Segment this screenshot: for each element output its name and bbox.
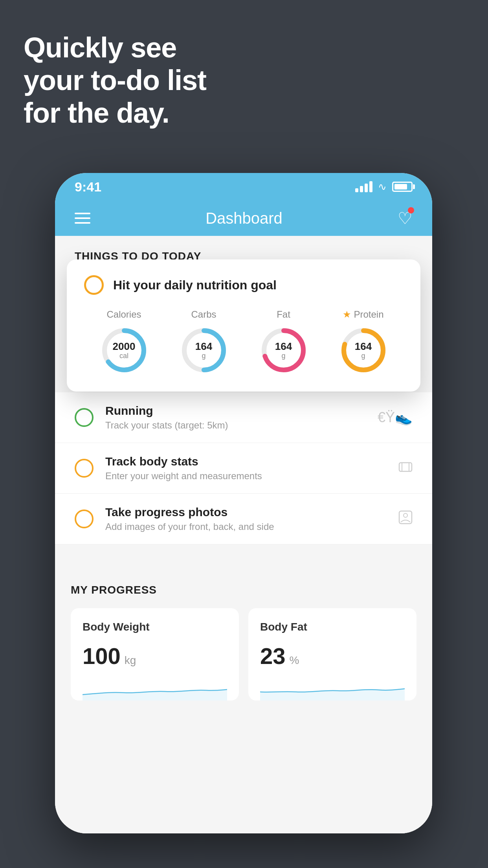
hero-line2: your to-do list — [24, 64, 206, 97]
todo-item-photos[interactable]: Take progress photos Add images of your … — [55, 494, 432, 544]
spacer — [55, 544, 432, 564]
signal-icon — [355, 181, 372, 192]
hamburger-line — [75, 213, 90, 214]
fat-value: 164 — [275, 341, 292, 352]
body-fat-card[interactable]: Body Fat 23 % — [248, 608, 416, 701]
svg-point-12 — [404, 513, 407, 517]
battery-icon — [392, 182, 413, 192]
nutrition-header: Hit your daily nutrition goal — [84, 275, 403, 295]
body-weight-title: Body Weight — [83, 621, 227, 633]
nutrition-stats: Calories 2000 cal — [84, 309, 403, 376]
hero-line1: Quickly see — [24, 31, 206, 64]
body-weight-value: 100 — [83, 643, 121, 669]
phone-mockup: 9:41 ∿ Dashboard — [55, 173, 432, 833]
calories-unit: cal — [113, 352, 136, 360]
carbs-unit: g — [195, 352, 212, 360]
menu-button[interactable] — [75, 213, 90, 224]
hero-line3: for the day. — [24, 97, 206, 129]
body-weight-value-row: 100 kg — [83, 643, 227, 669]
phone-screen: 9:41 ∿ Dashboard — [55, 173, 432, 833]
nutrition-goal-title: Hit your daily nutrition goal — [113, 278, 277, 292]
todo-name-body-stats: Track body stats — [105, 455, 387, 468]
todo-item-running[interactable]: Running Track your stats (target: 5km) €… — [55, 392, 432, 443]
body-weight-chart — [83, 677, 227, 701]
body-fat-value: 23 — [260, 643, 286, 669]
protein-label: ★ Protein — [343, 309, 383, 320]
goal-check-circle[interactable] — [84, 275, 104, 295]
protein-donut: 164 g — [338, 325, 389, 376]
calories-value: 2000 — [113, 341, 136, 352]
todo-text-body-stats: Track body stats Enter your weight and m… — [105, 455, 387, 482]
body-fat-unit: % — [290, 654, 299, 667]
nav-title: Dashboard — [205, 210, 283, 227]
todo-text-running: Running Track your stats (target: 5km) — [105, 404, 366, 431]
notification-dot — [408, 207, 414, 213]
calories-stat: Calories 2000 cal — [99, 309, 150, 376]
person-icon — [398, 510, 413, 528]
progress-section: MY PROGRESS Body Weight 100 kg — [55, 564, 432, 716]
todo-desc-running: Track your stats (target: 5km) — [105, 420, 366, 431]
body-weight-card[interactable]: Body Weight 100 kg — [71, 608, 239, 701]
calories-donut: 2000 cal — [99, 325, 150, 376]
todo-circle-body-stats — [75, 459, 94, 478]
progress-header: MY PROGRESS — [71, 584, 416, 596]
todo-name-photos: Take progress photos — [105, 506, 387, 519]
calories-label: Calories — [106, 309, 141, 320]
status-time: 9:41 — [75, 179, 101, 195]
protein-unit: g — [355, 352, 372, 360]
hamburger-line — [75, 217, 90, 219]
protein-stat: ★ Protein 164 g — [338, 309, 389, 376]
carbs-donut: 164 g — [178, 325, 229, 376]
todo-text-photos: Take progress photos Add images of your … — [105, 506, 387, 532]
hero-text: Quickly see your to-do list for the day. — [24, 31, 206, 129]
todo-name-running: Running — [105, 404, 366, 417]
svg-rect-8 — [399, 463, 412, 471]
carbs-label: Carbs — [191, 309, 216, 320]
fat-stat: Fat 164 g — [258, 309, 309, 376]
carbs-value: 164 — [195, 341, 212, 352]
scale-icon — [398, 460, 413, 477]
body-fat-value-row: 23 % — [260, 643, 405, 669]
wifi-icon: ∿ — [378, 181, 387, 193]
hamburger-line — [75, 222, 90, 224]
content-area: THINGS TO DO TODAY Hit your daily nutrit… — [55, 236, 432, 833]
body-fat-title: Body Fat — [260, 621, 405, 633]
body-weight-unit: kg — [125, 654, 136, 667]
shoe-icon: €Ÿ👟 — [378, 409, 413, 426]
fat-donut: 164 g — [258, 325, 309, 376]
notification-bell-button[interactable]: ♡ — [398, 209, 413, 228]
status-bar: 9:41 ∿ — [55, 173, 432, 200]
fat-unit: g — [275, 352, 292, 360]
todo-desc-body-stats: Enter your weight and measurements — [105, 471, 387, 482]
status-icons: ∿ — [355, 181, 413, 193]
todo-desc-photos: Add images of your front, back, and side — [105, 521, 387, 532]
nav-bar: Dashboard ♡ — [55, 200, 432, 236]
todo-item-body-stats[interactable]: Track body stats Enter your weight and m… — [55, 443, 432, 494]
todo-list: Running Track your stats (target: 5km) €… — [55, 392, 432, 544]
carbs-stat: Carbs 164 g — [178, 309, 229, 376]
todo-circle-running — [75, 408, 94, 427]
progress-cards: Body Weight 100 kg — [71, 608, 416, 701]
body-fat-chart — [260, 677, 405, 701]
fat-label: Fat — [277, 309, 290, 320]
todo-circle-photos — [75, 509, 94, 528]
nutrition-goal-card: Hit your daily nutrition goal Calories — [67, 259, 420, 392]
protein-value: 164 — [355, 341, 372, 352]
star-icon: ★ — [343, 309, 351, 320]
